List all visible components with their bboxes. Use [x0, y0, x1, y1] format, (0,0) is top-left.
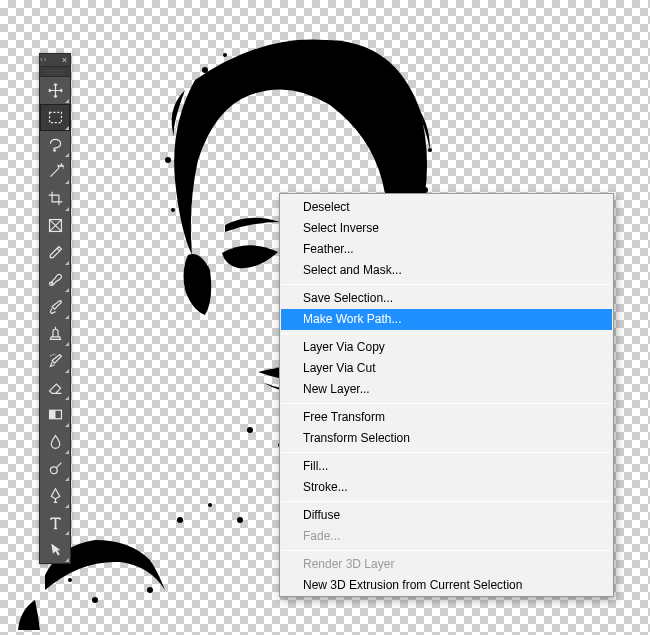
flyout-indicator-icon [65, 531, 69, 535]
flyout-indicator-icon [65, 558, 69, 562]
menu-item-fade: Fade... [281, 526, 612, 547]
svg-rect-19 [49, 112, 61, 122]
flyout-indicator-icon [65, 288, 69, 292]
tools-panel-grip[interactable]: :::::: [40, 67, 70, 77]
clone-stamp-tool[interactable] [40, 320, 70, 347]
flyout-indicator-icon [65, 207, 69, 211]
panel-expand-icon[interactable]: ›› [40, 56, 47, 64]
svg-point-24 [50, 467, 57, 474]
flyout-indicator-icon [65, 126, 69, 130]
eyedropper-tool[interactable] [40, 239, 70, 266]
menu-item-save-selection[interactable]: Save Selection... [281, 288, 612, 309]
menu-item-new-3d-extrusion-from-current-selection[interactable]: New 3D Extrusion from Current Selection [281, 575, 612, 596]
eraser-tool[interactable] [40, 374, 70, 401]
blur-tool[interactable] [40, 428, 70, 455]
flyout-indicator-icon [65, 396, 69, 400]
panel-close-icon[interactable]: × [62, 55, 67, 65]
svg-rect-23 [49, 410, 55, 419]
history-brush-tool[interactable] [40, 347, 70, 374]
menu-item-diffuse[interactable]: Diffuse [281, 505, 612, 526]
flyout-indicator-icon [65, 153, 69, 157]
flyout-indicator-icon [65, 342, 69, 346]
menu-separator [282, 284, 611, 285]
type-tool[interactable] [40, 509, 70, 536]
dodge-tool[interactable] [40, 455, 70, 482]
rectangular-marquee-tool[interactable] [40, 104, 70, 131]
tools-panel: ›› × :::::: [39, 53, 71, 564]
menu-item-select-inverse[interactable]: Select Inverse [281, 218, 612, 239]
flyout-indicator-icon [65, 315, 69, 319]
flyout-indicator-icon [65, 477, 69, 481]
magic-wand-tool[interactable] [40, 158, 70, 185]
move-tool[interactable] [40, 77, 70, 104]
crop-tool[interactable] [40, 185, 70, 212]
flyout-indicator-icon [65, 369, 69, 373]
path-selection-tool[interactable] [40, 536, 70, 563]
menu-item-new-layer[interactable]: New Layer... [281, 379, 612, 400]
selection-context-menu: DeselectSelect InverseFeather...Select a… [279, 193, 614, 597]
menu-item-render-3d-layer: Render 3D Layer [281, 554, 612, 575]
menu-item-stroke[interactable]: Stroke... [281, 477, 612, 498]
brush-tool[interactable] [40, 293, 70, 320]
menu-separator [282, 501, 611, 502]
tools-panel-header[interactable]: ›› × [40, 54, 70, 67]
frame-tool[interactable] [40, 212, 70, 239]
menu-item-select-and-mask[interactable]: Select and Mask... [281, 260, 612, 281]
menu-item-layer-via-cut[interactable]: Layer Via Cut [281, 358, 612, 379]
menu-separator [282, 403, 611, 404]
menu-item-layer-via-copy[interactable]: Layer Via Copy [281, 337, 612, 358]
pen-tool[interactable] [40, 482, 70, 509]
menu-item-deselect[interactable]: Deselect [281, 197, 612, 218]
menu-separator [282, 333, 611, 334]
menu-item-fill[interactable]: Fill... [281, 456, 612, 477]
menu-item-make-work-path[interactable]: Make Work Path... [281, 309, 612, 330]
menu-item-feather[interactable]: Feather... [281, 239, 612, 260]
flyout-indicator-icon [65, 261, 69, 265]
menu-item-transform-selection[interactable]: Transform Selection [281, 428, 612, 449]
flyout-indicator-icon [65, 423, 69, 427]
flyout-indicator-icon [65, 99, 69, 103]
flyout-indicator-icon [65, 180, 69, 184]
menu-item-free-transform[interactable]: Free Transform [281, 407, 612, 428]
menu-separator [282, 550, 611, 551]
flyout-indicator-icon [65, 504, 69, 508]
flyout-indicator-icon [65, 450, 69, 454]
gradient-tool[interactable] [40, 401, 70, 428]
spot-healing-brush-tool[interactable] [40, 266, 70, 293]
menu-separator [282, 452, 611, 453]
lasso-tool[interactable] [40, 131, 70, 158]
